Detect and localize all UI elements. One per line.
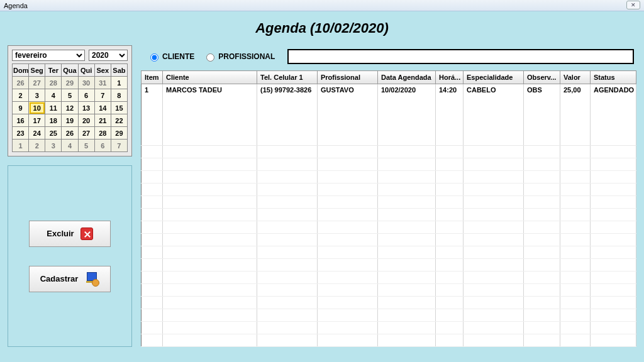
calendar-day[interactable]: 28 [45,77,62,89]
table-row [142,184,636,196]
calendar-day[interactable]: 7 [94,89,111,102]
grid-header[interactable]: Horá... [436,71,464,84]
page-title: Agenda (10/02/2020) [8,20,636,36]
calendar-day[interactable]: 7 [111,140,127,152]
calendar-day[interactable]: 2 [13,89,29,102]
calendar-day[interactable]: 3 [29,89,45,102]
table-row [142,221,636,234]
grid-header[interactable]: Status [591,71,636,84]
calendar-day[interactable]: 30 [78,77,94,89]
calendar-day[interactable]: 23 [13,127,29,140]
actions-panel: Excluir Cadastrar [8,165,132,347]
calendar-day[interactable]: 3 [45,140,62,152]
calendar-day[interactable]: 18 [45,114,62,127]
grid-header[interactable]: Cliente [163,71,257,84]
calendar-day[interactable]: 1 [13,140,29,152]
calendar-day[interactable]: 11 [45,102,62,114]
calendar-day[interactable]: 5 [62,89,78,102]
grid-header[interactable]: Profissional [318,71,378,84]
calendar-day[interactable]: 4 [45,89,62,102]
calendar-day[interactable]: 12 [62,102,78,114]
calendar-day[interactable]: 8 [111,89,127,102]
grid-cell[interactable]: CABELO [464,84,524,146]
calendar-day[interactable]: 15 [111,102,127,114]
delete-icon [80,228,93,240]
register-icon [84,272,99,287]
table-row [142,146,636,158]
table-row [142,209,636,221]
radio-cliente[interactable]: CLIENTE [147,52,194,62]
calendar-day[interactable]: 5 [78,140,94,152]
calendar-day[interactable]: 1 [111,77,127,89]
calendar-day[interactable]: 13 [78,102,94,114]
calendar-dow: Sex [94,64,111,77]
calendar-dow: Ter [45,64,62,77]
grid-cell[interactable]: 25,00 [560,84,591,146]
calendar-day[interactable]: 21 [94,114,111,127]
calendar-day[interactable]: 6 [78,89,94,102]
calendar-day[interactable]: 28 [94,127,111,140]
calendar-day[interactable]: 22 [111,114,127,127]
grid-cell[interactable]: 14:20 [436,84,464,146]
table-row [142,272,636,284]
calendar-day[interactable]: 31 [94,77,111,89]
grid-cell[interactable]: 10/02/2020 [378,84,436,146]
calendar-day[interactable]: 29 [111,127,127,140]
calendar-day[interactable]: 2 [29,140,45,152]
grid-header[interactable]: Item [142,71,163,84]
radio-profissional[interactable]: PROFISSIONAL [203,52,275,62]
grid-cell[interactable]: OBS [524,84,560,146]
table-row [142,158,636,171]
calendar-day[interactable]: 27 [29,77,45,89]
calendar-day[interactable]: 17 [29,114,45,127]
calendar-day[interactable]: 26 [62,127,78,140]
grid-cell[interactable]: AGENDADO [591,84,636,146]
month-select[interactable]: fevereiro [12,50,85,61]
calendar-day[interactable]: 16 [13,114,29,127]
create-button[interactable]: Cadastrar [29,266,111,292]
calendar-day[interactable]: 26 [13,77,29,89]
grid-header[interactable]: Valor [560,71,591,84]
radio-profissional-input[interactable] [206,53,214,62]
table-row[interactable]: 1MARCOS TADEU(15) 99792-3826GUSTAVO10/02… [142,84,636,146]
grid-header[interactable]: Observ... [524,71,560,84]
calendar-day[interactable]: 6 [94,140,111,152]
calendar-day[interactable]: 20 [78,114,94,127]
table-row [142,196,636,209]
radio-cliente-input[interactable] [150,53,158,62]
calendar-day[interactable]: 29 [62,77,78,89]
search-input[interactable] [287,49,634,64]
table-row [142,297,636,309]
grid-cell[interactable]: GUSTAVO [318,84,378,146]
window-close-button[interactable]: ✕ [626,1,640,9]
table-row [142,234,636,246]
calendar-day[interactable]: 27 [78,127,94,140]
appointments-grid[interactable]: ItemClienteTel. Celular 1ProfissionalDat… [141,70,636,347]
grid-cell[interactable]: 1 [142,84,163,146]
grid-header[interactable]: Especialidade [464,71,524,84]
table-row [142,171,636,184]
table-row [142,334,636,347]
year-select[interactable]: 2020 [89,50,128,61]
create-label: Cadastrar [40,274,79,283]
calendar-day[interactable]: 9 [13,102,29,114]
calendar-dow: Seg [29,64,45,77]
calendar-day[interactable]: 19 [62,114,78,127]
calendar-day[interactable]: 24 [29,127,45,140]
window-title: Agenda [4,2,28,9]
grid-cell[interactable]: (15) 99792-3826 [257,84,318,146]
calendar-day[interactable]: 14 [94,102,111,114]
table-row [142,322,636,334]
grid-header[interactable]: Data Agendada [378,71,436,84]
delete-button[interactable]: Excluir [29,221,111,247]
table-row [142,284,636,297]
calendar-day[interactable]: 10 [29,102,45,114]
calendar-dow: Dom [13,64,29,77]
calendar-day[interactable]: 4 [62,140,78,152]
table-row [142,309,636,322]
grid-header[interactable]: Tel. Celular 1 [257,71,318,84]
table-row [142,246,636,259]
grid-cell[interactable]: MARCOS TADEU [163,84,257,146]
calendar-panel: fevereiro 2020 DomSegTerQuaQuiSexSab 262… [8,45,132,156]
calendar-day[interactable]: 25 [45,127,62,140]
